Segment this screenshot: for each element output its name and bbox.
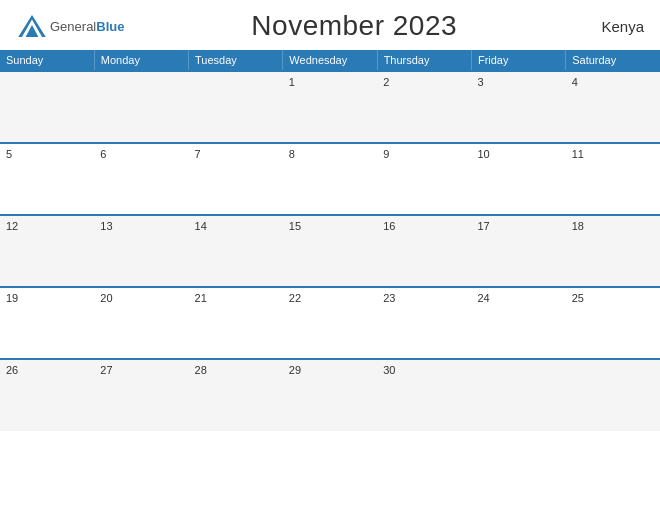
header: GeneralBlue November 2023 Kenya xyxy=(0,0,660,48)
day-cell-2-5: 17 xyxy=(471,215,565,287)
day-cell-3-4: 23 xyxy=(377,287,471,359)
day-cell-3-6: 25 xyxy=(566,287,660,359)
day-cell-4-0: 26 xyxy=(0,359,94,431)
day-number-28: 28 xyxy=(195,364,207,376)
day-cell-0-1 xyxy=(94,71,188,143)
day-cell-4-5 xyxy=(471,359,565,431)
logo: GeneralBlue xyxy=(16,15,124,37)
day-number-8: 8 xyxy=(289,148,295,160)
day-cell-1-3: 8 xyxy=(283,143,377,215)
day-cell-4-4: 30 xyxy=(377,359,471,431)
day-number-29: 29 xyxy=(289,364,301,376)
week-row-4: 2627282930 xyxy=(0,359,660,431)
week-row-0: 1234 xyxy=(0,71,660,143)
day-number-10: 10 xyxy=(477,148,489,160)
day-number-22: 22 xyxy=(289,292,301,304)
day-number-21: 21 xyxy=(195,292,207,304)
header-thursday: Thursday xyxy=(377,50,471,71)
header-wednesday: Wednesday xyxy=(283,50,377,71)
day-cell-4-2: 28 xyxy=(189,359,283,431)
day-number-18: 18 xyxy=(572,220,584,232)
day-number-4: 4 xyxy=(572,76,578,88)
header-monday: Monday xyxy=(94,50,188,71)
header-tuesday: Tuesday xyxy=(189,50,283,71)
day-cell-0-6: 4 xyxy=(566,71,660,143)
logo-wordmark: GeneralBlue xyxy=(50,17,124,35)
day-cell-0-2 xyxy=(189,71,283,143)
logo-blue-text: Blue xyxy=(96,19,124,34)
day-number-1: 1 xyxy=(289,76,295,88)
day-cell-1-5: 10 xyxy=(471,143,565,215)
week-row-3: 19202122232425 xyxy=(0,287,660,359)
day-cell-1-4: 9 xyxy=(377,143,471,215)
day-cell-4-6 xyxy=(566,359,660,431)
week-row-1: 567891011 xyxy=(0,143,660,215)
day-number-7: 7 xyxy=(195,148,201,160)
day-number-30: 30 xyxy=(383,364,395,376)
day-number-26: 26 xyxy=(6,364,18,376)
day-number-15: 15 xyxy=(289,220,301,232)
day-cell-0-5: 3 xyxy=(471,71,565,143)
day-cell-0-0 xyxy=(0,71,94,143)
day-number-5: 5 xyxy=(6,148,12,160)
day-cell-3-0: 19 xyxy=(0,287,94,359)
day-cell-1-6: 11 xyxy=(566,143,660,215)
day-cell-3-2: 21 xyxy=(189,287,283,359)
day-cell-2-0: 12 xyxy=(0,215,94,287)
header-sunday: Sunday xyxy=(0,50,94,71)
day-number-17: 17 xyxy=(477,220,489,232)
day-number-20: 20 xyxy=(100,292,112,304)
day-cell-2-4: 16 xyxy=(377,215,471,287)
day-cell-2-6: 18 xyxy=(566,215,660,287)
day-number-13: 13 xyxy=(100,220,112,232)
day-cell-4-1: 27 xyxy=(94,359,188,431)
weekday-header-row: Sunday Monday Tuesday Wednesday Thursday… xyxy=(0,50,660,71)
day-cell-0-3: 1 xyxy=(283,71,377,143)
day-cell-1-0: 5 xyxy=(0,143,94,215)
day-number-6: 6 xyxy=(100,148,106,160)
day-number-25: 25 xyxy=(572,292,584,304)
day-number-24: 24 xyxy=(477,292,489,304)
day-number-23: 23 xyxy=(383,292,395,304)
day-cell-0-4: 2 xyxy=(377,71,471,143)
day-number-2: 2 xyxy=(383,76,389,88)
day-number-12: 12 xyxy=(6,220,18,232)
day-number-14: 14 xyxy=(195,220,207,232)
logo-icon xyxy=(18,15,46,37)
week-row-2: 12131415161718 xyxy=(0,215,660,287)
day-number-27: 27 xyxy=(100,364,112,376)
header-saturday: Saturday xyxy=(566,50,660,71)
calendar-table: Sunday Monday Tuesday Wednesday Thursday… xyxy=(0,50,660,431)
day-cell-4-3: 29 xyxy=(283,359,377,431)
country-label: Kenya xyxy=(584,18,644,35)
logo-general-text: General xyxy=(50,19,96,34)
calendar-body: 1234567891011121314151617181920212223242… xyxy=(0,71,660,431)
day-number-16: 16 xyxy=(383,220,395,232)
calendar-title: November 2023 xyxy=(124,10,584,42)
day-number-11: 11 xyxy=(572,148,584,160)
day-number-3: 3 xyxy=(477,76,483,88)
day-cell-2-2: 14 xyxy=(189,215,283,287)
day-cell-3-1: 20 xyxy=(94,287,188,359)
day-number-9: 9 xyxy=(383,148,389,160)
day-number-19: 19 xyxy=(6,292,18,304)
day-cell-3-3: 22 xyxy=(283,287,377,359)
day-cell-2-1: 13 xyxy=(94,215,188,287)
day-cell-1-1: 6 xyxy=(94,143,188,215)
page: GeneralBlue November 2023 Kenya Sunday M… xyxy=(0,0,660,510)
calendar-header: Sunday Monday Tuesday Wednesday Thursday… xyxy=(0,50,660,71)
day-cell-3-5: 24 xyxy=(471,287,565,359)
day-cell-2-3: 15 xyxy=(283,215,377,287)
day-cell-1-2: 7 xyxy=(189,143,283,215)
header-friday: Friday xyxy=(471,50,565,71)
